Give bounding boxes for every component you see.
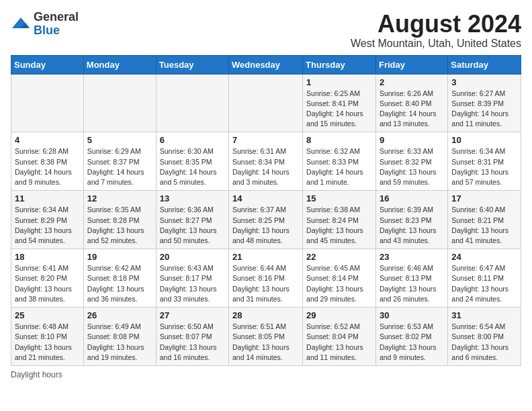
- day-detail: Sunrise: 6:40 AMSunset: 8:21 PMDaylight:…: [451, 205, 517, 246]
- calendar-week-row: 11Sunrise: 6:34 AMSunset: 8:29 PMDayligh…: [11, 191, 521, 249]
- day-detail: Sunrise: 6:45 AMSunset: 8:14 PMDaylight:…: [306, 263, 372, 304]
- calendar-cell: 3Sunrise: 6:27 AMSunset: 8:39 PMDaylight…: [448, 74, 521, 132]
- title-area: August 2024 West Mountain, Utah, United …: [351, 11, 521, 50]
- day-detail: Sunrise: 6:26 AMSunset: 8:40 PMDaylight:…: [380, 89, 444, 130]
- header-friday: Friday: [375, 55, 447, 74]
- calendar-cell: 2Sunrise: 6:26 AMSunset: 8:40 PMDaylight…: [375, 74, 447, 132]
- day-detail: Sunrise: 6:29 AMSunset: 8:37 PMDaylight:…: [87, 146, 152, 187]
- day-number: 21: [232, 252, 299, 262]
- logo-text: General Blue: [34, 11, 79, 38]
- day-detail: Sunrise: 6:34 AMSunset: 8:29 PMDaylight:…: [15, 205, 80, 246]
- calendar-cell: 6Sunrise: 6:30 AMSunset: 8:35 PMDaylight…: [156, 132, 228, 191]
- day-number: 22: [306, 252, 372, 262]
- calendar-cell: [229, 74, 303, 132]
- day-detail: Sunrise: 6:50 AMSunset: 8:07 PMDaylight:…: [160, 322, 225, 363]
- day-detail: Sunrise: 6:47 AMSunset: 8:11 PMDaylight:…: [451, 263, 517, 304]
- day-number: 9: [380, 135, 444, 145]
- day-number: 28: [232, 310, 299, 320]
- day-detail: Sunrise: 6:43 AMSunset: 8:17 PMDaylight:…: [160, 263, 225, 304]
- calendar-body: 1Sunrise: 6:25 AMSunset: 8:41 PMDaylight…: [11, 74, 521, 365]
- day-number: 27: [160, 310, 225, 320]
- day-number: 31: [451, 310, 517, 320]
- day-number: 15: [306, 193, 372, 203]
- calendar-cell: 9Sunrise: 6:33 AMSunset: 8:32 PMDaylight…: [375, 132, 447, 191]
- footer-note: Daylight hours: [11, 370, 521, 379]
- calendar-cell: 31Sunrise: 6:54 AMSunset: 8:00 PMDayligh…: [448, 308, 521, 366]
- day-detail: Sunrise: 6:32 AMSunset: 8:33 PMDaylight:…: [306, 146, 372, 187]
- calendar-week-row: 18Sunrise: 6:41 AMSunset: 8:20 PMDayligh…: [11, 249, 521, 308]
- day-number: 3: [451, 77, 517, 87]
- day-detail: Sunrise: 6:35 AMSunset: 8:28 PMDaylight:…: [87, 205, 152, 246]
- day-detail: Sunrise: 6:31 AMSunset: 8:34 PMDaylight:…: [232, 146, 299, 187]
- calendar-cell: 23Sunrise: 6:46 AMSunset: 8:13 PMDayligh…: [375, 249, 447, 308]
- day-number: 11: [15, 193, 80, 203]
- day-number: 12: [87, 193, 152, 203]
- calendar-cell: 19Sunrise: 6:42 AMSunset: 8:18 PMDayligh…: [83, 249, 156, 308]
- calendar-cell: 14Sunrise: 6:37 AMSunset: 8:25 PMDayligh…: [229, 191, 303, 249]
- calendar-cell: 29Sunrise: 6:52 AMSunset: 8:04 PMDayligh…: [303, 308, 376, 366]
- day-detail: Sunrise: 6:27 AMSunset: 8:39 PMDaylight:…: [451, 89, 517, 130]
- calendar-cell: 24Sunrise: 6:47 AMSunset: 8:11 PMDayligh…: [448, 249, 521, 308]
- day-number: 7: [232, 135, 299, 145]
- calendar-cell: 13Sunrise: 6:36 AMSunset: 8:27 PMDayligh…: [156, 191, 228, 249]
- day-number: 17: [451, 193, 517, 203]
- calendar-cell: 22Sunrise: 6:45 AMSunset: 8:14 PMDayligh…: [303, 249, 376, 308]
- day-number: 1: [306, 77, 372, 87]
- day-detail: Sunrise: 6:41 AMSunset: 8:20 PMDaylight:…: [15, 263, 80, 304]
- header-thursday: Thursday: [303, 55, 376, 74]
- header-saturday: Saturday: [448, 55, 521, 74]
- day-number: 20: [160, 252, 225, 262]
- day-number: 8: [306, 135, 372, 145]
- calendar-cell: 30Sunrise: 6:53 AMSunset: 8:02 PMDayligh…: [375, 308, 447, 366]
- day-detail: Sunrise: 6:44 AMSunset: 8:16 PMDaylight:…: [232, 263, 299, 304]
- calendar-cell: 21Sunrise: 6:44 AMSunset: 8:16 PMDayligh…: [229, 249, 303, 308]
- day-number: 18: [15, 252, 80, 262]
- logo: General Blue: [11, 11, 79, 38]
- calendar-subtitle: West Mountain, Utah, United States: [351, 38, 521, 50]
- day-detail: Sunrise: 6:39 AMSunset: 8:23 PMDaylight:…: [380, 205, 444, 246]
- day-detail: Sunrise: 6:36 AMSunset: 8:27 PMDaylight:…: [160, 205, 225, 246]
- day-detail: Sunrise: 6:42 AMSunset: 8:18 PMDaylight:…: [87, 263, 152, 304]
- footer-text: Daylight hours: [11, 370, 62, 379]
- calendar-cell: 8Sunrise: 6:32 AMSunset: 8:33 PMDaylight…: [303, 132, 376, 191]
- calendar-cell: 27Sunrise: 6:50 AMSunset: 8:07 PMDayligh…: [156, 308, 228, 366]
- calendar-cell: 7Sunrise: 6:31 AMSunset: 8:34 PMDaylight…: [229, 132, 303, 191]
- calendar-week-row: 4Sunrise: 6:28 AMSunset: 8:38 PMDaylight…: [11, 132, 521, 191]
- calendar-week-row: 25Sunrise: 6:48 AMSunset: 8:10 PMDayligh…: [11, 308, 521, 366]
- logo-icon: [11, 16, 31, 32]
- day-number: 23: [380, 252, 444, 262]
- day-number: 13: [160, 193, 225, 203]
- day-detail: Sunrise: 6:53 AMSunset: 8:02 PMDaylight:…: [380, 322, 444, 363]
- calendar-cell: 26Sunrise: 6:49 AMSunset: 8:08 PMDayligh…: [83, 308, 156, 366]
- day-number: 19: [87, 252, 152, 262]
- calendar-title: August 2024: [351, 11, 521, 38]
- calendar-cell: 15Sunrise: 6:38 AMSunset: 8:24 PMDayligh…: [303, 191, 376, 249]
- calendar-cell: [11, 74, 84, 132]
- day-number: 24: [451, 252, 517, 262]
- day-detail: Sunrise: 6:25 AMSunset: 8:41 PMDaylight:…: [306, 89, 372, 130]
- calendar-cell: 28Sunrise: 6:51 AMSunset: 8:05 PMDayligh…: [229, 308, 303, 366]
- page-header: General Blue August 2024 West Mountain, …: [11, 11, 521, 50]
- calendar-cell: 17Sunrise: 6:40 AMSunset: 8:21 PMDayligh…: [448, 191, 521, 249]
- calendar-cell: [83, 74, 156, 132]
- calendar-cell: 12Sunrise: 6:35 AMSunset: 8:28 PMDayligh…: [83, 191, 156, 249]
- calendar-week-row: 1Sunrise: 6:25 AMSunset: 8:41 PMDaylight…: [11, 74, 521, 132]
- day-number: 4: [15, 135, 80, 145]
- day-detail: Sunrise: 6:34 AMSunset: 8:31 PMDaylight:…: [451, 146, 517, 187]
- day-number: 30: [380, 310, 444, 320]
- calendar-cell: 5Sunrise: 6:29 AMSunset: 8:37 PMDaylight…: [83, 132, 156, 191]
- calendar-cell: 25Sunrise: 6:48 AMSunset: 8:10 PMDayligh…: [11, 308, 84, 366]
- calendar-cell: 1Sunrise: 6:25 AMSunset: 8:41 PMDaylight…: [303, 74, 376, 132]
- day-detail: Sunrise: 6:33 AMSunset: 8:32 PMDaylight:…: [380, 146, 444, 187]
- day-number: 16: [380, 193, 444, 203]
- header-tuesday: Tuesday: [156, 55, 228, 74]
- day-detail: Sunrise: 6:49 AMSunset: 8:08 PMDaylight:…: [87, 322, 152, 363]
- day-detail: Sunrise: 6:30 AMSunset: 8:35 PMDaylight:…: [160, 146, 225, 187]
- header-wednesday: Wednesday: [229, 55, 303, 74]
- day-number: 6: [160, 135, 225, 145]
- day-number: 29: [306, 310, 372, 320]
- calendar-cell: 16Sunrise: 6:39 AMSunset: 8:23 PMDayligh…: [375, 191, 447, 249]
- calendar-cell: 10Sunrise: 6:34 AMSunset: 8:31 PMDayligh…: [448, 132, 521, 191]
- day-detail: Sunrise: 6:51 AMSunset: 8:05 PMDaylight:…: [232, 322, 299, 363]
- calendar-table: Sunday Monday Tuesday Wednesday Thursday…: [11, 55, 521, 366]
